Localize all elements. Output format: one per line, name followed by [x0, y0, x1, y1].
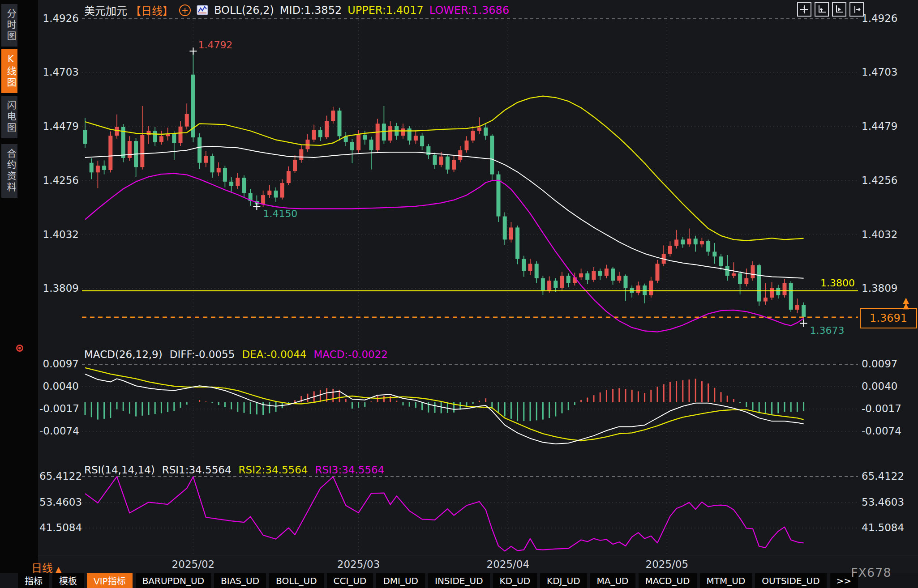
- macd-diff-value: DIFF:-0.0055: [170, 349, 235, 360]
- bottom-tab-cci[interactable]: CCI_UD: [327, 573, 373, 588]
- axis-play-button[interactable]: [832, 2, 846, 17]
- watermark: FX678: [851, 566, 892, 579]
- rsi3-value: RSI3:34.5564: [315, 464, 384, 476]
- goto-latest-button[interactable]: [849, 2, 864, 17]
- candles-layer: [83, 51, 806, 332]
- bottom-tab-ma[interactable]: MA_UD: [590, 573, 635, 588]
- instrument-title: 美元加元: [84, 2, 127, 18]
- axis-tick-label: 65.4122: [39, 470, 79, 482]
- sidebar-tab-flash-chart[interactable]: 闪电图: [1, 96, 17, 138]
- axis-tick-label: -0.0017: [39, 403, 79, 414]
- macd-panel-title: MACD(26,12,9) DIFF:-0.0055 DEA:-0.0044 M…: [84, 349, 388, 360]
- axis-tick-label: 1.4256: [862, 175, 897, 186]
- rsi1-value: RSI1:34.5564: [162, 464, 232, 476]
- axis-tick-label: 1.3809: [39, 282, 79, 294]
- bottom-tab-templates[interactable]: 模板: [52, 573, 84, 588]
- axis-tick-label: -0.0017: [862, 403, 901, 414]
- kline-app-window: 分时图K线图闪电图合约资料 美元加元 【日线】 + BOLL(26,2) MID…: [0, 0, 918, 588]
- axis-tick-label: 0.0097: [39, 358, 79, 370]
- axis-tick-label: 65.4122: [862, 470, 904, 482]
- axis-tick-label: 41.5084: [862, 522, 904, 533]
- axis-tick-label: 41.5084: [39, 522, 79, 533]
- axis-tick-label: 1.4926: [862, 13, 897, 24]
- bottom-tab-kdj[interactable]: KDJ_UD: [540, 573, 587, 588]
- axis-tick-label: 0.0040: [39, 380, 79, 392]
- axis-tick-label: 1.4479: [862, 120, 897, 132]
- markers-layer: [82, 47, 858, 327]
- bottom-tab-dmi[interactable]: DMI_UD: [376, 573, 425, 588]
- rsi-title: RSI(14,14,14): [84, 464, 155, 476]
- bottom-tab-boll[interactable]: BOLL_UD: [269, 573, 323, 588]
- boll-lower-value: LOWER:1.3686: [429, 4, 509, 17]
- sidebar: 分时图K线图闪电图合约资料: [0, 0, 38, 573]
- macd-title: MACD(26,12,9): [84, 349, 163, 360]
- date-label: 2025/03: [327, 558, 390, 570]
- date-label: 2025/02: [162, 558, 224, 570]
- sidebar-tab-kline-chart[interactable]: K线图: [1, 49, 17, 93]
- macd-dea-value: DEA:-0.0044: [242, 349, 306, 360]
- date-label: 2025/05: [635, 558, 698, 570]
- chevron-up-icon: ▲: [56, 565, 61, 574]
- bottom-tab-barupdn[interactable]: BARUPDN_UD: [136, 573, 211, 588]
- bottom-tab-outside[interactable]: OUTSIDE_UD: [755, 573, 826, 588]
- axis-tick-label: 0.0040: [862, 380, 897, 392]
- chart-toolbar: [797, 2, 864, 17]
- indicator-tab-bar: 指标模板VIP指标BARUPDN_UDBIAS_UDBOLL_UDCCI_UDD…: [0, 573, 918, 588]
- bottom-tab-kd[interactable]: KD_UD: [493, 573, 537, 588]
- record-indicator-icon[interactable]: [16, 345, 23, 352]
- axis-tick-label: 1.4479: [39, 120, 79, 132]
- rsi2-value: RSI2:34.5564: [239, 464, 308, 476]
- boll-label: BOLL(26,2): [214, 4, 274, 17]
- price-up-arrow-icon: ▲▲: [903, 298, 909, 308]
- bottom-tab-bias[interactable]: BIAS_UD: [214, 573, 266, 588]
- boll-mid-value: MID:1.3852: [280, 4, 342, 17]
- chart-header: 美元加元 【日线】 + BOLL(26,2) MID:1.3852 UPPER:…: [84, 2, 509, 18]
- date-label: 2025/04: [476, 558, 539, 570]
- period-selector-label: 日线: [31, 562, 53, 575]
- axis-tick-label: 1.4926: [39, 13, 79, 24]
- axis-tick-label: 53.4603: [39, 496, 79, 508]
- high-price-annotation: 1.4792: [198, 39, 232, 51]
- current-price-tag: 1.3691: [860, 308, 917, 328]
- period-tag[interactable]: 【日线】: [130, 2, 173, 18]
- sidebar-tab-time-chart[interactable]: 分时图: [1, 4, 17, 47]
- bottom-tab-mtm[interactable]: MTM_UD: [700, 573, 752, 588]
- axis-tick-label: 1.4032: [39, 229, 79, 240]
- rsi-panel-title: RSI(14,14,14) RSI1:34.5564 RSI2:34.5564 …: [84, 464, 384, 476]
- level-line-label: 1.3800: [820, 277, 855, 289]
- chart-canvas[interactable]: [0, 0, 918, 588]
- bottom-tab-indicators[interactable]: 指标: [18, 573, 49, 588]
- bottom-tab-inside[interactable]: INSIDE_UD: [428, 573, 490, 588]
- indicator-settings-icon[interactable]: +: [179, 4, 191, 16]
- crosshair-tool-button[interactable]: [797, 2, 811, 17]
- low-price-annotation: 1.4150: [263, 208, 297, 219]
- last-low-annotation: 1.3673: [810, 325, 845, 336]
- axis-tick-label: -0.0074: [862, 425, 901, 437]
- rsi-layer: [85, 477, 804, 551]
- axis-scale-button[interactable]: [815, 2, 829, 17]
- axis-tick-label: -0.0074: [39, 425, 79, 437]
- axis-tick-label: 1.4703: [39, 66, 79, 78]
- axis-tick-label: 53.4603: [862, 496, 904, 508]
- axis-tick-label: 1.4703: [862, 66, 897, 78]
- axis-tick-label: 1.3809: [862, 282, 897, 294]
- sidebar-tab-contract-info[interactable]: 合约资料: [1, 144, 17, 198]
- axis-tick-label: 1.4032: [862, 229, 897, 240]
- chart-type-icon[interactable]: [197, 5, 208, 15]
- period-selector[interactable]: 日线▲: [31, 559, 61, 575]
- axis-tick-label: 1.4256: [39, 175, 79, 186]
- boll-upper-value: UPPER:1.4017: [347, 4, 424, 17]
- axis-tick-label: 0.0097: [862, 358, 897, 370]
- bottom-tab-vip-indicators[interactable]: VIP指标: [87, 573, 133, 588]
- bottom-tab-macd[interactable]: MACD_UD: [639, 573, 697, 588]
- macd-macd-value: MACD:-0.0022: [314, 349, 388, 360]
- macd-layer: [85, 368, 804, 444]
